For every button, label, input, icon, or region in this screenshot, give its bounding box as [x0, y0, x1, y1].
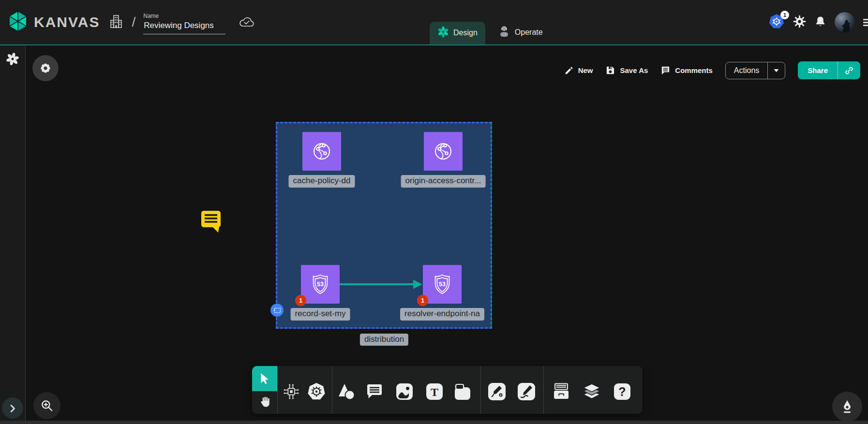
- pen-bezier-icon: [487, 382, 507, 401]
- node-origin-access-control[interactable]: origin-access-contr...: [424, 132, 463, 171]
- floppy-save-icon: [605, 65, 615, 75]
- yellow-comment-icon: [201, 210, 221, 233]
- kanvas-app: KANVAS /: [0, 0, 868, 424]
- mode-tabs: Design Operate: [430, 21, 551, 44]
- design-name-label: Name: [143, 13, 225, 19]
- svg-text:53: 53: [439, 281, 446, 288]
- node-resolver-endpoint[interactable]: 53 1 resolver-endpoint-na: [423, 265, 462, 304]
- group-selection-handle[interactable]: [270, 304, 284, 317]
- notifications-bell-icon[interactable]: [814, 15, 826, 29]
- shapes-tool-button[interactable]: [336, 381, 357, 402]
- node-issue-badge[interactable]: 1: [417, 295, 428, 306]
- cursor-arrow-icon: [258, 372, 271, 385]
- left-sidebar: [0, 45, 26, 421]
- copy-link-segment[interactable]: [838, 61, 860, 79]
- text-tool-button[interactable]: T: [424, 381, 445, 402]
- kubernetes-context-icon[interactable]: 1: [768, 14, 785, 31]
- save-as-button[interactable]: Save As: [605, 65, 648, 75]
- breadcrumb-separator: /: [132, 15, 135, 30]
- user-avatar[interactable]: [835, 12, 855, 32]
- canvas-comment-pin[interactable]: [201, 210, 221, 234]
- svg-text:53: 53: [317, 281, 324, 288]
- infrastructure-tool-button[interactable]: [281, 381, 302, 402]
- dashed-rect-icon: [273, 307, 281, 313]
- cloudfront-globe-icon: [431, 139, 456, 164]
- image-icon: [395, 382, 414, 401]
- zoom-in-magnifier-icon: [40, 399, 54, 412]
- pencil-scribble-icon: [517, 382, 536, 401]
- app-header: KANVAS /: [0, 0, 868, 45]
- help-tool-button[interactable]: ?: [612, 381, 633, 402]
- svg-text:?: ?: [618, 385, 626, 398]
- note-card-icon: [453, 382, 472, 401]
- tab-design-label: Design: [453, 29, 478, 37]
- settings-gear-icon[interactable]: [793, 15, 806, 30]
- kanvas-logo-text: KANVAS: [34, 14, 100, 30]
- chip-circuit-icon: [282, 382, 300, 401]
- sketch-tool-button[interactable]: [516, 381, 537, 402]
- organization-icon[interactable]: [109, 14, 123, 30]
- overflow-menu-icon[interactable]: [863, 19, 868, 26]
- actions-dropdown-label: Actions: [726, 62, 767, 79]
- extensions-flower-button[interactable]: [32, 55, 59, 81]
- design-pen-button[interactable]: [832, 392, 862, 422]
- image-tool-button[interactable]: [394, 381, 415, 402]
- design-spiral-icon: [437, 26, 449, 40]
- node-record-set[interactable]: 53 1 record-set-my: [301, 265, 340, 304]
- tool-dock: T: [252, 366, 643, 414]
- drawer-tool-button[interactable]: [551, 381, 572, 402]
- pen-tool-button[interactable]: [486, 381, 508, 402]
- caret-down-icon: [774, 69, 779, 73]
- pan-tool-button[interactable]: [258, 395, 272, 409]
- comments-button-label: Comments: [675, 66, 713, 74]
- comment-tool-button[interactable]: [364, 381, 385, 402]
- canvas-actionbar: New Save As: [564, 61, 860, 79]
- drawer-archive-icon: [552, 382, 571, 401]
- flower-gear-icon: [39, 62, 52, 74]
- save-status-cloud-icon: [238, 15, 255, 30]
- layers-tool-button[interactable]: [581, 381, 602, 402]
- expand-sidebar-button[interactable]: [2, 397, 23, 419]
- actions-dropdown[interactable]: Actions: [725, 62, 785, 79]
- kanvas-logo[interactable]: KANVAS: [7, 10, 100, 34]
- design-name-field: Name: [143, 13, 225, 34]
- tab-operate-label: Operate: [515, 28, 543, 37]
- pen-nib-icon: [839, 399, 855, 414]
- node-issue-badge[interactable]: 1: [295, 295, 306, 306]
- shapes-icon: [337, 382, 356, 401]
- tab-operate[interactable]: Operate: [490, 21, 551, 44]
- text-T-icon: T: [425, 382, 444, 401]
- node-cache-policy[interactable]: cache-policy-dd: [302, 132, 341, 171]
- chevron-right-icon: [7, 402, 18, 414]
- cloudfront-globe-icon: [309, 139, 334, 164]
- zoom-in-button[interactable]: [33, 392, 60, 419]
- note-tool-button[interactable]: [452, 381, 473, 402]
- new-button[interactable]: New: [564, 66, 593, 75]
- comments-button[interactable]: Comments: [660, 65, 713, 75]
- selected-group-distribution[interactable]: cache-policy-dd: [276, 122, 492, 329]
- new-button-label: New: [578, 66, 593, 74]
- node-label: record-set-my: [291, 308, 350, 321]
- save-as-button-label: Save As: [620, 66, 648, 74]
- layers-icon: [582, 383, 601, 400]
- tab-design[interactable]: Design: [430, 22, 485, 44]
- operator-person-icon: [498, 25, 510, 40]
- route53-shield-icon: 53: [430, 272, 454, 296]
- design-canvas[interactable]: New Save As: [26, 45, 868, 421]
- select-tool-button[interactable]: [252, 366, 277, 391]
- actions-dropdown-caret[interactable]: [767, 62, 785, 79]
- group-label-distribution[interactable]: distribution: [360, 335, 408, 344]
- svg-text:T: T: [431, 386, 438, 398]
- comment-bubble-icon: [660, 65, 671, 75]
- meshery-spiral-icon[interactable]: [6, 52, 19, 68]
- bottom-strip: [0, 421, 868, 424]
- node-label: resolver-endpoint-na: [400, 308, 484, 321]
- kubernetes-context-badge: 1: [780, 11, 789, 19]
- design-name-input[interactable]: [143, 21, 225, 34]
- comment-bubble-icon: [365, 382, 384, 401]
- pencil-icon: [564, 66, 574, 75]
- kubernetes-tool-button[interactable]: [306, 381, 327, 402]
- workspace: New Save As: [0, 45, 868, 421]
- share-button[interactable]: Share: [798, 61, 860, 79]
- kubernetes-helm-icon: [307, 382, 326, 401]
